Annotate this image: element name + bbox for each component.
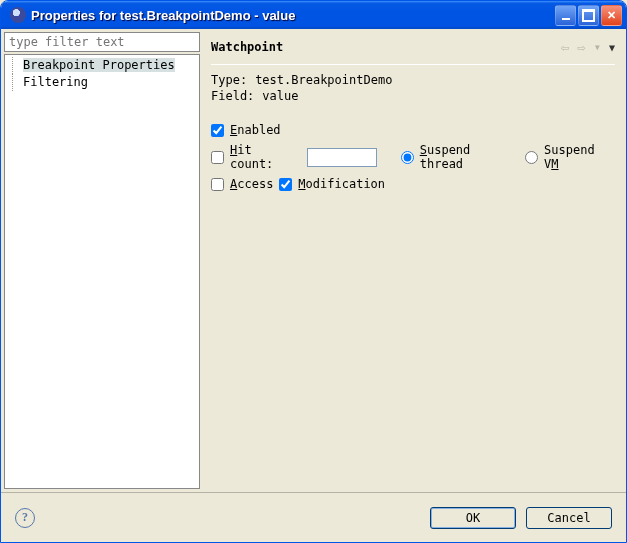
maximize-button[interactable] [578, 5, 599, 26]
minimize-button[interactable] [555, 5, 576, 26]
enabled-row: Enabled [211, 123, 615, 137]
modification-checkbox[interactable] [279, 178, 292, 191]
cancel-button[interactable]: Cancel [526, 507, 612, 529]
category-tree: Breakpoint Properties Filtering [4, 54, 200, 489]
enabled-label[interactable]: Enabled [230, 123, 281, 137]
main-header: Watchpoint ⇦ ⇨ ▾ ▼ [211, 34, 615, 60]
forward-icon[interactable]: ⇨ [577, 39, 585, 55]
suspend-thread-radio[interactable] [401, 151, 414, 164]
close-button[interactable] [601, 5, 622, 26]
app-icon [10, 7, 26, 23]
suspend-vm-radio[interactable] [525, 151, 538, 164]
suspend-vm-label[interactable]: Suspend VM [544, 143, 615, 171]
hitcount-checkbox[interactable] [211, 151, 224, 164]
hitcount-row: Hit count: Suspend thread Suspend VM [211, 143, 615, 171]
content-area: Breakpoint Properties Filtering Watchpoi… [1, 29, 626, 492]
window-title: Properties for test.BreakpointDemo - val… [31, 8, 555, 23]
window-buttons [555, 5, 622, 26]
dialog-window: Properties for test.BreakpointDemo - val… [0, 0, 627, 543]
view-menu-icon[interactable]: ▼ [609, 42, 615, 53]
button-bar: ? OK Cancel [1, 492, 626, 542]
help-icon[interactable]: ? [15, 508, 35, 528]
enabled-checkbox[interactable] [211, 124, 224, 137]
type-row: Type: test.BreakpointDemo [211, 73, 615, 87]
hitcount-input[interactable] [307, 148, 377, 167]
field-label: Field: [211, 89, 254, 103]
filter-input[interactable] [4, 32, 200, 52]
sidebar-item-breakpoint-properties[interactable]: Breakpoint Properties [5, 57, 199, 74]
access-checkbox[interactable] [211, 178, 224, 191]
type-value: test.BreakpointDemo [255, 73, 392, 87]
modification-label[interactable]: Modification [298, 177, 385, 191]
field-row: Field: value [211, 89, 615, 103]
back-icon[interactable]: ⇦ [561, 39, 569, 55]
access-row: Access Modification [211, 177, 615, 191]
sidebar-item-label: Breakpoint Properties [23, 58, 175, 72]
form: Enabled Hit count: Suspend thread Suspen… [211, 123, 615, 197]
titlebar[interactable]: Properties for test.BreakpointDemo - val… [1, 1, 626, 29]
nav-arrows: ⇦ ⇨ ▾ ▼ [561, 39, 615, 55]
sidebar: Breakpoint Properties Filtering [4, 32, 200, 489]
hitcount-label[interactable]: Hit count: [230, 143, 301, 171]
suspend-thread-label[interactable]: Suspend thread [420, 143, 519, 171]
ok-button[interactable]: OK [430, 507, 516, 529]
page-title: Watchpoint [211, 40, 561, 54]
divider [211, 64, 615, 65]
access-label[interactable]: Access [230, 177, 273, 191]
sidebar-item-label: Filtering [23, 75, 88, 89]
type-label: Type: [211, 73, 247, 87]
field-value: value [262, 89, 298, 103]
main-panel: Watchpoint ⇦ ⇨ ▾ ▼ Type: test.Breakpoint… [203, 32, 623, 489]
sidebar-item-filtering[interactable]: Filtering [5, 74, 199, 91]
